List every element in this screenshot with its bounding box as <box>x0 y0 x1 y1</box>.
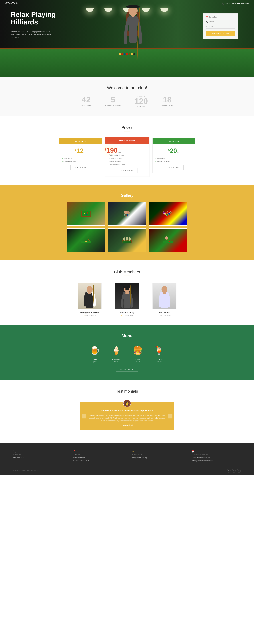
testimonial-box: ‹ 👩 Thanks for such an unforgettable exp… <box>80 402 174 430</box>
weekdays-order-button[interactable]: ORDER NOW <box>70 165 90 170</box>
svg-point-20 <box>170 212 172 214</box>
footer-email-content: info@demo.link.org <box>132 456 181 459</box>
gallery-item-3[interactable] <box>149 202 187 226</box>
member-bg-1 <box>78 283 102 309</box>
email-field[interactable]: ✉ <box>206 26 235 28</box>
see-all-menu-button[interactable]: SEE ALL MENU <box>116 367 138 372</box>
footer-email-link[interactable]: info@demo.link.org <box>132 457 147 459</box>
light-1 <box>86 8 94 12</box>
weekend-amount: 20 <box>170 147 177 154</box>
weekdays-currency: $ <box>75 148 76 151</box>
menu-section: Menu 🍺 Beer $8.99 🍦 Ice cream $1.59 🍔 Bu… <box>0 325 254 380</box>
weekdays-feature-2: 4 players included <box>62 160 99 163</box>
footer-hours-content: From 10:00 to 18:00, on off days from 9:… <box>192 456 241 462</box>
light-5 <box>160 8 168 12</box>
sub-feature-2: 6 players included <box>108 157 146 160</box>
price-card-weekdays: Weekdays $12/hr Table rental 4 players i… <box>59 138 102 173</box>
weekdays-feature-1: Table rental <box>62 157 99 160</box>
social-icons: f t in <box>227 469 241 473</box>
person-silhouette <box>118 3 148 64</box>
clock-icon: ⏰ <box>192 450 241 453</box>
welcome-title: Welcome to our club! <box>5 86 249 90</box>
footer: 📞 CALL US 800 889 9898 📍 FIND US 818 Now… <box>0 444 254 475</box>
svg-rect-33 <box>88 292 91 294</box>
testimonial-prev-button[interactable]: ‹ <box>82 414 86 418</box>
nav-cta-label: Get In Touch: <box>225 2 236 4</box>
footer-col-call: 📞 CALL US 800 889 9898 <box>13 450 62 462</box>
footer-hours-title: WORKING HOURS <box>192 453 241 455</box>
facebook-icon[interactable]: f <box>227 469 230 473</box>
subscription-amount: 190 <box>106 147 118 154</box>
menu-item-beer: 🍺 Beer $8.99 <box>88 344 102 363</box>
footer-address-line2: San Francisco, CA 94114 <box>73 460 92 462</box>
gallery-item-5[interactable] <box>108 228 146 252</box>
date-field[interactable]: 📅 <box>206 16 235 19</box>
member-title-george: ★ 2012 Champion <box>75 314 104 316</box>
svg-point-19 <box>166 214 168 216</box>
linkedin-icon[interactable]: in <box>237 469 241 473</box>
svg-point-15 <box>127 214 128 216</box>
gallery-item-4[interactable] <box>67 228 105 252</box>
calendar-icon: 📅 <box>206 16 208 18</box>
prices-section: Prices Weekdays $12/hr Table rental 4 pl… <box>0 116 254 185</box>
subscription-order-button[interactable]: ORDER NOW <box>117 168 137 173</box>
pricing-cards: Weekdays $12/hr Table rental 4 players i… <box>13 138 241 176</box>
phone-field[interactable]: 📞 <box>206 21 235 24</box>
email-icon: ✉ <box>206 26 208 27</box>
svg-rect-37 <box>126 288 129 290</box>
gallery-image-1 <box>68 202 105 225</box>
phone-input[interactable] <box>209 21 235 23</box>
svg-point-13 <box>124 214 126 216</box>
member-name-amanda: Amanda Liroy <box>112 311 142 314</box>
footer-col-find: 📍 FIND US 818 Now Street San Francisco, … <box>73 450 122 462</box>
stats-row: 42 Billiard Tables 5 Professional Traine… <box>5 96 249 108</box>
footer-find-content: 818 Now Street San Francisco, CA 94114 <box>73 456 122 462</box>
gallery-image-4 <box>68 229 105 252</box>
hero-content: Relax Playing Billiards Whether you are … <box>11 11 67 39</box>
stat-snooker-tables: 18 Snooker Tables <box>161 96 173 108</box>
member-name-george: George Emberson <box>75 311 104 314</box>
cocktail-price: $12.99 <box>152 361 166 363</box>
footer-copyright: © 2016 Billiard Club. All Rights reserve… <box>13 470 40 472</box>
testimonial-text: Your memory or billiard was wonderful as… <box>88 414 166 422</box>
stat-trainers: 5 Professional Trainers <box>105 96 121 108</box>
member-champion-george: 2012 Champion <box>86 314 96 316</box>
email-footer-icon: ✉ <box>132 450 181 453</box>
booking-form: 📅 📞 ✉ RESERVE A TABLE <box>203 13 238 39</box>
svg-rect-38 <box>126 292 129 294</box>
svg-point-21 <box>163 212 165 214</box>
weekend-features: Table rental 4 players included <box>152 155 195 165</box>
testimonial-next-button[interactable]: › <box>168 414 172 418</box>
reserve-table-button[interactable]: RESERVE A TABLE <box>206 31 235 36</box>
icecream-name: Ice cream <box>110 358 123 360</box>
beer-icon: 🍺 <box>88 344 102 357</box>
phone-field-icon: 📞 <box>206 21 208 23</box>
gallery-item-6[interactable] <box>149 228 187 252</box>
weekend-order-button[interactable]: ORDER NOW <box>164 165 184 170</box>
svg-rect-41 <box>163 292 166 294</box>
gallery-item-2[interactable] <box>108 202 146 226</box>
svg-rect-5 <box>132 15 134 17</box>
location-icon: 📍 <box>73 450 122 453</box>
twitter-icon[interactable]: t <box>232 469 236 473</box>
weekend-header: Weekend <box>152 138 195 144</box>
contact-info: 📞 Get In Touch: 800 889 9898 <box>222 2 249 4</box>
gallery-item-1[interactable] <box>67 202 105 226</box>
svg-point-27 <box>126 237 128 240</box>
gallery-image-2 <box>108 202 146 225</box>
member-champion-sam: 2014 Champion <box>160 314 170 316</box>
svg-rect-24 <box>122 240 132 243</box>
weekdays-header: Weekdays <box>59 138 102 144</box>
weekend-currency: $ <box>168 148 170 151</box>
email-input[interactable] <box>208 26 235 27</box>
testimonials-title: Testimonials <box>13 389 241 395</box>
date-input[interactable] <box>209 16 235 18</box>
welcome-section: Welcome to our club! 42 Billiard Tables … <box>0 78 254 116</box>
svg-point-28 <box>128 238 131 240</box>
menu-item-icecream: 🍦 Ice cream $1.59 <box>110 344 123 363</box>
weekend-feature-1: Table rental <box>155 157 192 160</box>
svg-point-40 <box>162 286 168 293</box>
price-card-subscription: Subscription $190/mo Table rental 5 hour… <box>105 137 150 177</box>
svg-line-39 <box>130 285 131 307</box>
svg-point-14 <box>126 215 127 216</box>
